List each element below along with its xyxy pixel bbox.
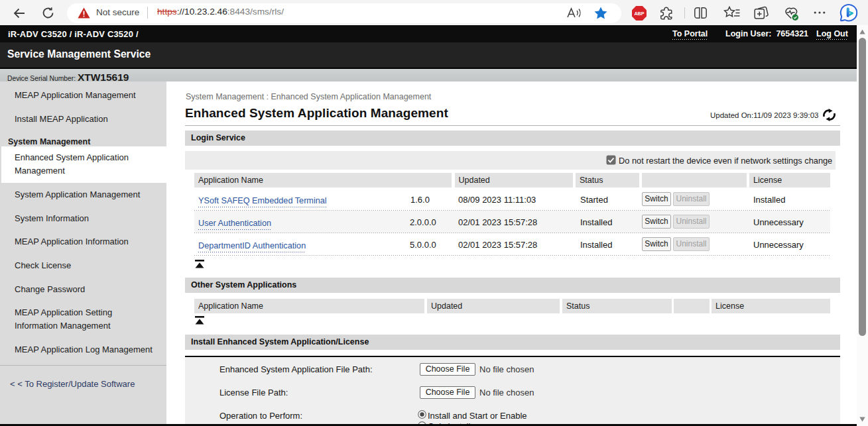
svg-text:ABP: ABP — [634, 11, 644, 17]
